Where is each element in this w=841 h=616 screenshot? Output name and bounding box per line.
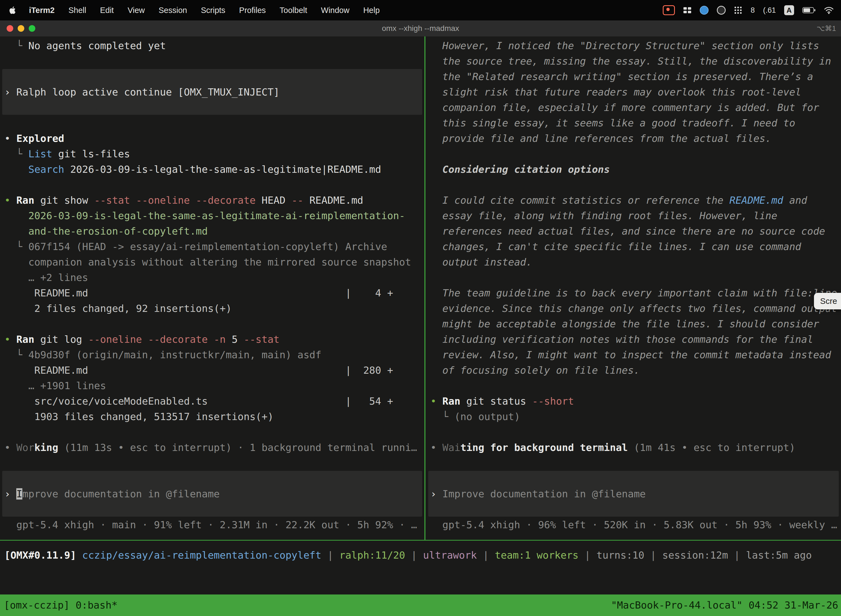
terminal-line: • Ran git status --short [431, 393, 574, 409]
terminal-line: • Ran git show --stat --oneline --decora… [4, 193, 363, 208]
terminal-line: … +1901 lines [4, 378, 106, 393]
terminal-line: evidence. Since this change only affects… [431, 301, 837, 316]
terminal-line: 1903 files changed, 513517 insertions(+) [4, 409, 273, 424]
terminal-line: The team guideline is to back every impo… [431, 285, 837, 301]
menubar-status-icons: 8 (.61 A [663, 5, 841, 15]
dark-circle-icon [717, 6, 726, 15]
terminal-line: • Ran git log --oneline --decorate -n 5 … [4, 332, 280, 347]
window-shortcut-badge: ⌥⌘1 [817, 21, 836, 37]
window-title-bar: omx --xhigh --madmax ⌥⌘1 [0, 21, 841, 37]
omx-status-bar: [OMX#0.11.9] cczip/essay/ai-reimplementa… [0, 547, 841, 563]
menu-item-edit[interactable]: Edit [93, 0, 120, 21]
terminal-line: • Explored [4, 131, 64, 146]
wifi-icon[interactable] [824, 6, 834, 14]
terminal-line: provide file and line references from th… [431, 131, 771, 146]
menu-item-shell[interactable]: Shell [62, 0, 93, 21]
menu-item-scripts[interactable]: Scripts [194, 0, 232, 21]
record-dot-icon [666, 8, 670, 11]
input-source-icon[interactable]: A [784, 5, 794, 15]
terminal-line: the "Related research writing" section i… [431, 69, 813, 84]
pane-divider[interactable] [424, 37, 425, 540]
terminal-line: and-the-erosion-of-copyleft.md [4, 224, 208, 239]
window-title: omx --xhigh --madmax [0, 21, 841, 37]
terminal-line: companion file, especially if more comme… [431, 100, 819, 115]
omx-status-line: [OMX#0.11.9] cczip/essay/ai-reimplementa… [4, 547, 812, 563]
terminal-line: this single essay, it seems like a good … [431, 115, 795, 131]
terminal-line: README.md | 280 + [4, 363, 393, 378]
menu-item-view[interactable]: View [120, 0, 151, 21]
prompt-input-line: › Improve documentation in @filename [431, 486, 646, 502]
terminal-line: including verification notes with those … [431, 332, 813, 347]
terminal-line: review. Also, I might want to inspect th… [431, 347, 831, 363]
terminal-line: slight risk that future readers may over… [431, 84, 801, 100]
terminal-line: of focusing solely on file lines. [431, 363, 640, 378]
terminal-line: └ List git ls-files [4, 146, 130, 162]
terminal-line: output instead. [431, 254, 532, 270]
terminal-line: └ No agents completed yet [4, 38, 166, 54]
battery-icon[interactable] [802, 7, 816, 13]
terminal-line: the source tree, missing the essay. Stil… [431, 54, 831, 69]
terminal-line: └ 4b9d30f (origin/main, instructkr/main,… [4, 347, 321, 363]
terminal: └ No agents completed yet› Ralph loop ac… [0, 37, 841, 616]
prompt-input-line: › Improve documentation in @filename [4, 486, 220, 502]
apple-menu-icon[interactable] [0, 0, 22, 21]
dots-grid-icon[interactable] [734, 6, 742, 14]
menu-item-toolbelt[interactable]: Toolbelt [273, 0, 314, 21]
terminal-line: 2 files changed, 92 insertions(+) [4, 301, 232, 316]
menu-item-session[interactable]: Session [152, 0, 194, 21]
screen-share-tooltip[interactable]: Scre [814, 293, 841, 309]
right-terminal-pane[interactable]: However, I noticed the "Directory Struct… [426, 38, 841, 535]
terminal-line: 2026-03-09-is-legal-the-same-as-legitima… [4, 208, 405, 224]
terminal-line: companion analysis without altering the … [4, 254, 411, 270]
terminal-line: I could cite commit statistics or refere… [431, 193, 807, 208]
model-status-line: gpt-5.4 xhigh · main · 91% left · 2.31M … [4, 517, 417, 532]
menu-item-help[interactable]: Help [356, 0, 387, 21]
tmux-status-bar: [omx-cczip] 0:bash* "MacBook-Pro-44.loca… [0, 594, 841, 616]
menu-item-window[interactable]: Window [314, 0, 356, 21]
terminal-line: • Waiting for background terminal (1m 41… [431, 440, 795, 455]
terminal-line: changes, I can't cite specific file line… [431, 239, 801, 254]
ralph-inject-line: › Ralph loop active continue [OMX_TMUX_I… [4, 84, 280, 100]
pane-bottom-border [0, 540, 841, 541]
left-terminal-pane[interactable]: └ No agents completed yet› Ralph loop ac… [0, 38, 424, 535]
menu-item-profiles[interactable]: Profiles [232, 0, 273, 21]
terminal-line: Search 2026-03-09-is-legal-the-same-as-l… [4, 162, 381, 177]
blue-app-icon[interactable] [700, 6, 709, 15]
window-grid-icon[interactable] [683, 7, 692, 14]
screen-recording-indicator-icon[interactable] [663, 5, 675, 15]
blue-circle-icon [700, 6, 709, 15]
terminal-line: … +2 lines [4, 270, 88, 285]
menu-bar: iTerm2 Shell Edit View Session Scripts P… [0, 0, 841, 21]
terminal-line: might be acceptable alongside the file l… [431, 316, 819, 332]
menu-item-iterm2[interactable]: iTerm2 [22, 0, 62, 21]
terminal-line: • Working (11m 13s • esc to interrupt) ·… [4, 440, 417, 455]
timer-icon[interactable]: 8 [750, 6, 755, 15]
terminal-line: └ (no output) [431, 409, 520, 424]
terminal-line: references need actual files, and since … [431, 224, 825, 239]
terminal-line: └ 067f154 (HEAD -> essay/ai-reimplementa… [4, 239, 387, 254]
dark-app-icon[interactable] [717, 6, 726, 15]
tmux-session-window-label[interactable]: [omx-cczip] 0:bash* [4, 594, 117, 616]
model-status-line: gpt-5.4 xhigh · 96% left · 520K in · 5.8… [431, 517, 837, 532]
terminal-line: src/voice/voiceModeEnabled.ts | 54 + [4, 393, 393, 409]
terminal-line: Considering citation options [431, 162, 610, 177]
apple-logo-icon [9, 6, 16, 14]
terminal-line: essay file, along with finding root file… [431, 208, 777, 224]
gauge-icon[interactable]: (.61 [763, 6, 776, 15]
tmux-host-clock-label: "MacBook-Pro-44.local" 04:52 31-Mar-26 [611, 594, 838, 616]
terminal-line: README.md | 4 + [4, 285, 393, 301]
terminal-line: However, I noticed the "Directory Struct… [431, 38, 819, 54]
